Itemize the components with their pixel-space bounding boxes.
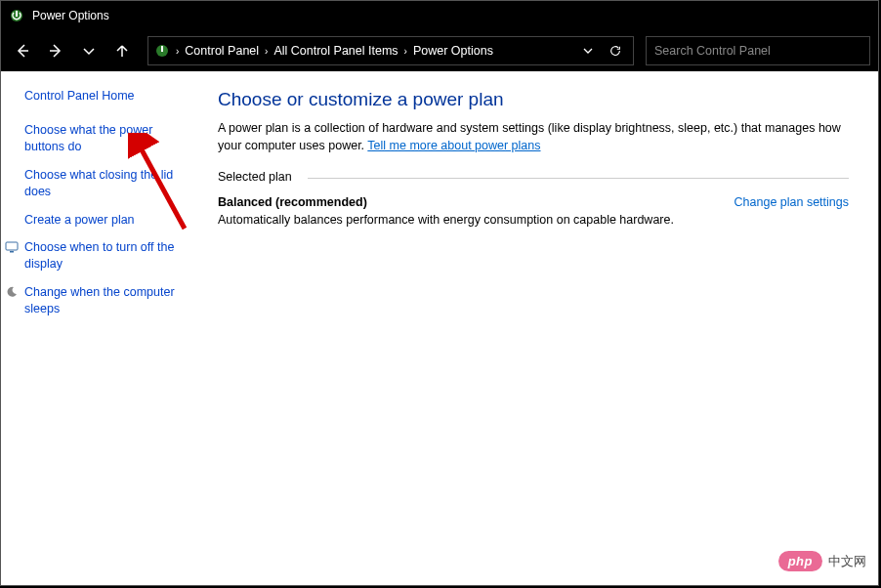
watermark-badge: php <box>778 551 822 571</box>
chevron-right-icon[interactable]: › <box>174 46 181 57</box>
display-icon <box>5 240 19 254</box>
content: Control Panel Home Choose what the power… <box>1 71 878 585</box>
main-panel: Choose or customize a power plan A power… <box>206 71 878 585</box>
recent-dropdown[interactable] <box>75 37 103 64</box>
refresh-button[interactable] <box>604 39 627 63</box>
sidebar-item-label: Choose when to turn off the display <box>24 240 174 271</box>
svg-rect-5 <box>161 46 163 52</box>
page-heading: Choose or customize a power plan <box>218 89 849 110</box>
breadcrumb-item[interactable]: Control Panel <box>185 44 259 58</box>
section-label: Selected plan <box>218 170 849 186</box>
breadcrumb-item[interactable]: All Control Panel Items <box>273 44 398 58</box>
sidebar-link-create-plan[interactable]: Create a power plan <box>24 212 198 229</box>
forward-button[interactable] <box>42 37 69 64</box>
sidebar-link-closing-lid[interactable]: Choose what closing the lid does <box>24 167 198 200</box>
search-input[interactable] <box>646 36 870 65</box>
moon-icon <box>5 285 19 299</box>
window-title: Power Options <box>32 9 109 22</box>
svg-rect-6 <box>6 242 18 250</box>
titlebar: Power Options <box>1 1 878 30</box>
breadcrumb-item[interactable]: Power Options <box>413 44 493 58</box>
svg-rect-1 <box>16 11 18 17</box>
address-dropdown[interactable] <box>576 39 600 63</box>
window: Power Options › Control Panel › All Cont… <box>0 0 879 586</box>
page-description: A power plan is a collection of hardware… <box>218 120 849 154</box>
sidebar-item-label: Change when the computer sleeps <box>24 285 175 315</box>
plan-description: Automatically balances performance with … <box>218 213 849 227</box>
power-options-icon <box>9 8 24 23</box>
control-panel-home-link[interactable]: Control Panel Home <box>24 89 198 103</box>
back-button[interactable] <box>9 37 36 64</box>
sidebar: Control Panel Home Choose what the power… <box>1 71 206 585</box>
watermark: php 中文网 <box>778 551 866 571</box>
address-bar[interactable]: › Control Panel › All Control Panel Item… <box>147 36 634 65</box>
plan-name: Balanced (recommended) <box>218 195 367 209</box>
sidebar-link-power-buttons[interactable]: Choose what the power buttons do <box>24 122 198 155</box>
chevron-right-icon[interactable]: › <box>402 46 409 57</box>
sidebar-link-computer-sleeps[interactable]: Change when the computer sleeps <box>7 284 198 317</box>
sidebar-link-turn-off-display[interactable]: Choose when to turn off the display <box>7 239 198 273</box>
navbar: › Control Panel › All Control Panel Item… <box>1 30 878 71</box>
svg-rect-7 <box>10 251 14 253</box>
plan-row: Balanced (recommended) Change plan setti… <box>218 195 849 209</box>
power-options-icon <box>154 43 170 59</box>
tell-me-more-link[interactable]: Tell me more about power plans <box>367 139 540 152</box>
chevron-right-icon[interactable]: › <box>263 46 270 57</box>
change-plan-settings-link[interactable]: Change plan settings <box>734 195 849 209</box>
up-button[interactable] <box>108 37 136 64</box>
watermark-text: 中文网 <box>828 553 866 570</box>
